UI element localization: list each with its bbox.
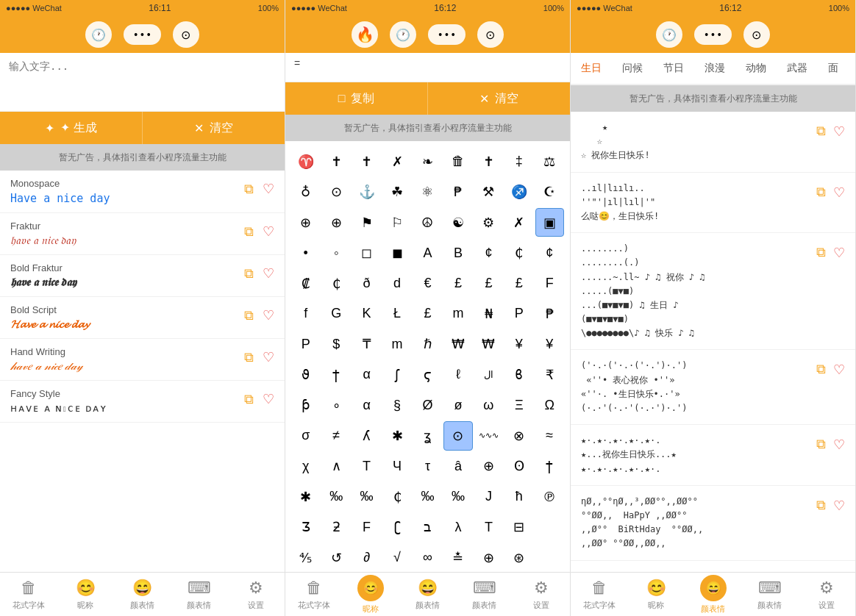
symbol-m2[interactable]: m [382,330,411,359]
symbol-che[interactable]: Ч [382,452,411,481]
symbol-aries[interactable]: ♈ [291,147,320,176]
symbol-F[interactable]: F [535,269,564,298]
symbol-omega-small[interactable]: ω [474,391,503,420]
card-heart-5[interactable]: ♡ [833,437,845,453]
symbol-F2[interactable]: F [352,512,381,541]
symbol-d[interactable]: d [382,269,411,298]
symbol-circle-dot[interactable]: ⊙ [321,177,350,206]
card-copy-3[interactable]: ⧉ [816,245,826,261]
more-button-3[interactable]: • • • [694,24,731,45]
symbol-c-stretch[interactable]: ʗ [382,512,411,541]
nav-font-1[interactable]: 🗑 花式字体 [0,573,57,616]
copy-icon-bold-fraktur[interactable]: ⧉ [244,266,254,282]
copy-icon-fancy[interactable]: ⧉ [244,392,254,407]
symbol-ell[interactable]: ℓ [443,360,472,389]
symbol-omega[interactable]: Ω [535,391,564,420]
symbol-won[interactable]: ₩ [443,330,472,359]
symbol-circle-target[interactable]: ⊙ [443,421,472,450]
symbol-cross3[interactable]: ✝ [474,147,503,176]
symbol-ezh2[interactable]: Ʒ [291,512,320,541]
symbol-permille2[interactable]: ‰ [352,482,381,511]
symbol-earth[interactable]: ♁ [291,177,320,206]
card-copy-5[interactable]: ⧉ [816,437,826,453]
symbol-f[interactable]: f [291,299,320,328]
symbol-x2[interactable]: ✗ [504,208,533,237]
card-copy-1[interactable]: ⧉ [816,123,826,140]
symbol-white-sq[interactable]: ◻ [352,238,381,267]
symbol-c2[interactable]: ₵ [321,269,350,298]
card-heart-4[interactable]: ♡ [833,362,845,378]
symbol-asterisk2[interactable]: ⊛ [504,543,533,572]
clock-button-1[interactable]: 🕐 [85,21,112,48]
more-button-2[interactable]: • • • [428,24,465,45]
symbol-caret[interactable]: ∧ [321,452,350,481]
symbol-m[interactable]: m [443,299,472,328]
symbol-anchor[interactable]: ⚓ [352,177,381,206]
symbol-tau-cross[interactable]: ϯ [321,360,350,389]
symbol-digamma[interactable]: ϛ [413,360,442,389]
symbol-crescent[interactable]: ☪ [535,177,564,206]
symbol-eject[interactable]: ⊟ [504,512,533,541]
more-button-1[interactable]: • • • [124,24,160,45]
heart-icon-fraktur[interactable]: ♡ [263,223,274,240]
symbol-sound[interactable]: ℗ [535,482,564,511]
symbol-rupee[interactable]: ₹ [535,360,564,389]
symbol-peace[interactable]: ☮ [413,208,442,237]
symbol-bullet[interactable]: • [291,238,320,267]
camera-button-1[interactable]: ⊙ [173,21,199,48]
card-heart-6[interactable]: ♡ [833,498,845,514]
camera-button-3[interactable]: ⊙ [743,21,770,48]
symbol-yin-yang[interactable]: ☯ [443,208,472,237]
tab-weapons[interactable]: 武器 [777,53,818,85]
tab-face[interactable]: 面 [818,53,849,85]
card-copy-6[interactable]: ⧉ [816,498,826,514]
nav-emoji-1[interactable]: 😄 颜表情 [114,573,171,616]
symbol-sigma[interactable]: σ [291,421,320,450]
symbol-undo[interactable]: ↺ [321,543,350,572]
nav-font-2[interactable]: 🗑 花式字体 [285,573,342,616]
symbol-L-stroke[interactable]: Ł [382,299,411,328]
symbol-K[interactable]: K [352,299,381,328]
card-heart-1[interactable]: ♡ [833,123,845,140]
symbol-infinity[interactable]: ∞ [413,543,442,572]
symbol-integral[interactable]: ʃ [382,360,411,389]
symbol-x[interactable]: ✗ [382,147,411,176]
symbol-yen[interactable]: ¥ [504,330,533,359]
flame-button[interactable]: 🔥 [352,21,378,48]
symbol-pound[interactable]: £ [443,269,472,298]
symbol-J[interactable]: J [474,482,503,511]
card-heart-2[interactable]: ♡ [833,185,845,201]
symbol-section[interactable]: § [382,391,411,420]
symbol-scales[interactable]: ⚖ [535,147,564,176]
card-heart-3[interactable]: ♡ [833,245,845,261]
tab-birthday[interactable]: 生日 [571,53,612,85]
symbol-cross1[interactable]: ✝ [321,147,350,176]
symbol-won2[interactable]: ₩ [474,330,503,359]
symbol-permille3[interactable]: ‰ [413,482,442,511]
symbol-chi[interactable]: χ [291,452,320,481]
text-input-1[interactable] [0,53,285,112]
symbol-tenge[interactable]: ₸ [352,330,381,359]
symbol-cedi2[interactable]: ₵ [382,482,411,511]
symbol-euro[interactable]: € [413,269,442,298]
symbol-laplace[interactable]: ≛ [443,543,472,572]
symbol-pound4[interactable]: £ [413,299,442,328]
heart-icon-fancy[interactable]: ♡ [263,391,274,407]
camera-button-2[interactable]: ⊙ [477,21,504,48]
nav-emoji-3[interactable]: 😄 颜表情 [685,573,741,616]
heart-icon-monospace[interactable]: ♡ [263,181,274,197]
symbol-plus-circle[interactable]: ⊕ [474,543,503,572]
nav-nickname-3[interactable]: 😊 昵称 [627,573,684,616]
symbol-tools[interactable]: ⚒ [474,177,503,206]
symbol-ring[interactable]: ◦ [321,238,350,267]
symbol-cross4[interactable]: ϯ [535,452,564,481]
card-copy-4[interactable]: ⧉ [816,362,826,378]
symbol-h-stroke[interactable]: ħ [504,482,533,511]
symbol-trash[interactable]: 🗑 [443,147,472,176]
symbol-a-hat[interactable]: â [443,452,472,481]
symbol-approx[interactable]: ≈ [535,421,564,450]
nav-settings-1[interactable]: ⚙ 设置 [228,573,285,616]
symbol-xi[interactable]: Ξ [504,391,533,420]
symbol-otimes[interactable]: ⊗ [504,421,533,450]
symbol-sqrt[interactable]: √ [382,543,411,572]
